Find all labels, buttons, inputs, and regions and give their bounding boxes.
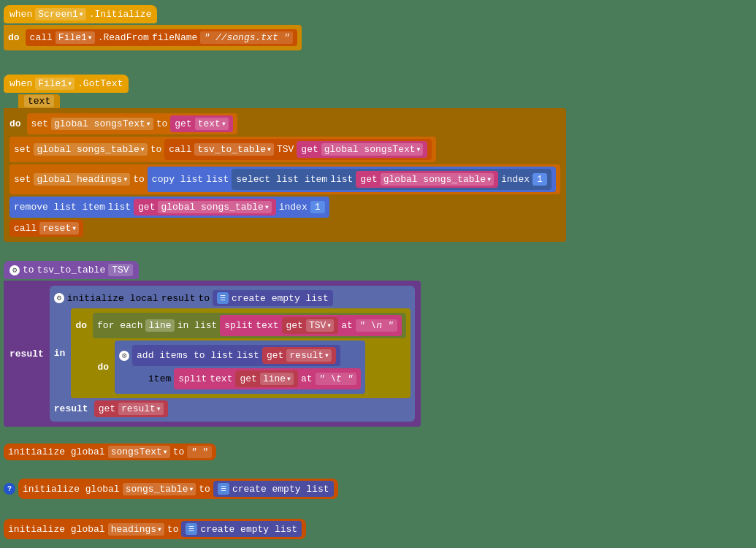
get-songs-table-block-2[interactable]: get global songs_table	[134, 199, 276, 216]
initialize-event: .Initialize	[89, 9, 152, 20]
set-headings-block[interactable]: set global headings to copy list list se…	[9, 164, 560, 194]
add-items-block[interactable]: add items to list list get result	[132, 345, 340, 366]
newline-val: " \n "	[356, 319, 397, 332]
list-icon-1: ☰	[217, 292, 229, 304]
songs-table-var-dd[interactable]: songs_table	[123, 483, 196, 495]
do-label-1: do	[8, 32, 20, 43]
when-label-1: when	[9, 9, 32, 20]
result-label-outer: result	[9, 349, 44, 359]
to-block[interactable]: ⚙ to tsv_to_table TSV	[4, 261, 139, 279]
global-songs-table-dd-2[interactable]: global songs_table	[381, 173, 494, 186]
split-block-2[interactable]: split text get line at " \t "	[174, 368, 361, 389]
result-label-inner: result	[54, 403, 88, 414]
readfrom-label: .ReadFrom	[98, 32, 149, 43]
init-headings-block[interactable]: initialize global headings to ☰ create e…	[4, 519, 306, 539]
screen1-dropdown[interactable]: Screen1	[35, 8, 85, 20]
get-songstext-block-1[interactable]: get global songsText	[297, 141, 427, 158]
tsv-dd[interactable]: TSV	[306, 319, 334, 332]
tab-val: " \t "	[316, 373, 357, 385]
call-reset-block[interactable]: call reset	[9, 220, 83, 237]
init-headings-group: initialize global headings to ☰ create e…	[4, 517, 306, 541]
create-empty-list-2[interactable]: ☰ create empty list	[213, 481, 334, 497]
songs-txt-value: " //songs.txt "	[200, 31, 293, 44]
foreach-outer[interactable]: do for each line in list split text get	[71, 308, 410, 398]
init-songstext-group: initialize global songsText to " "	[4, 442, 216, 462]
global-songs-table-dd-3[interactable]: global songs_table	[158, 201, 271, 213]
do-label-3: do	[75, 320, 87, 331]
global-headings-dd[interactable]: global headings	[34, 173, 130, 186]
when-block-1[interactable]: when Screen1 .Initialize	[4, 5, 157, 23]
question-icon-1: ?	[4, 483, 15, 495]
index-val-1: 1	[532, 173, 547, 186]
gottext-event: .GotText	[77, 78, 123, 89]
songstext-var-dd[interactable]: songsText	[108, 446, 170, 458]
result-dd-1[interactable]: result	[286, 349, 332, 362]
remove-list-item-block[interactable]: remove list item list get global songs_t…	[9, 197, 329, 218]
gear-icon-1[interactable]: ⚙	[9, 265, 20, 275]
init-local-block[interactable]: ⚙ initialize local result to ☰ create em…	[50, 286, 415, 422]
set-songs-table-block[interactable]: set global songs_table to call tsv_to_ta…	[9, 137, 436, 162]
add-items-outer[interactable]: ⚙ add items to list list get result	[115, 340, 365, 394]
tsv-param-label: TSV	[108, 264, 132, 276]
text-param: text	[24, 95, 54, 107]
get-tsv-block[interactable]: get TSV	[282, 317, 339, 334]
split-block-1[interactable]: split text get TSV at " \n "	[220, 315, 401, 336]
foreach-block[interactable]: for each line in list split text get TSV	[93, 313, 406, 338]
line-var: line	[145, 319, 174, 332]
get-result-block-2[interactable]: get result	[94, 400, 168, 417]
get-line-block[interactable]: get line	[235, 370, 297, 387]
tsv-to-table-group: ⚙ to tsv_to_table TSV result ⚙ initializ…	[4, 259, 421, 427]
select-list-item-block[interactable]: select list item list get global songs_t…	[232, 169, 551, 190]
create-empty-list-3[interactable]: ☰ create empty list	[181, 521, 302, 537]
set-songstext-block[interactable]: set global songsText to get text	[27, 113, 237, 134]
global-songstext-dd-1[interactable]: global songsText	[51, 118, 153, 130]
when-block-2[interactable]: when File1 .GotText	[4, 75, 129, 93]
tsv-to-table-dd[interactable]: tsv_to_table	[194, 143, 273, 156]
get-result-block-1[interactable]: get result	[262, 347, 336, 364]
get-text-block[interactable]: get text	[170, 115, 232, 132]
do-label-4: do	[97, 362, 109, 373]
filename-label: fileName	[152, 32, 197, 43]
call-tsv-block[interactable]: call tsv_to_table TSV get global songsTe…	[164, 139, 432, 160]
init-songs-table-group: ? initialize global songs_table to ☰ cre…	[4, 477, 338, 501]
empty-string-val: " "	[187, 446, 211, 458]
fn-name-label: tsv_to_table	[37, 265, 106, 275]
call-label-1: call	[30, 32, 53, 43]
file1-dropdown-2[interactable]: File1	[35, 77, 75, 90]
reset-dd[interactable]: reset	[39, 222, 79, 235]
init-songs-table-block[interactable]: initialize global songs_table to ☰ creat…	[18, 479, 338, 499]
result-dd-2[interactable]: result	[118, 403, 164, 415]
global-songs-table-dd[interactable]: global songs_table	[34, 143, 147, 156]
do-label-2: do	[9, 118, 21, 129]
copy-list-block[interactable]: copy list list select list item list get…	[148, 167, 556, 192]
create-empty-list-1[interactable]: ☰ create empty list	[213, 290, 333, 306]
list-icon-3: ☰	[186, 523, 197, 535]
in-label: in	[54, 348, 66, 359]
when-file1-gottext-group: when File1 .GotText text do set global s…	[4, 73, 566, 242]
line-dd[interactable]: line	[260, 373, 294, 385]
index-val-2: 1	[310, 201, 325, 213]
gear-icon-2[interactable]: ⚙	[54, 293, 64, 303]
global-songstext-dd-2[interactable]: global songsText	[321, 143, 424, 156]
when-label-2: when	[9, 78, 32, 89]
gear-icon-3[interactable]: ⚙	[119, 351, 129, 361]
init-songstext-block[interactable]: initialize global songsText to " "	[4, 444, 216, 460]
text-dd[interactable]: text	[195, 118, 229, 130]
when-screen1-initialize-group: when Screen1 .Initialize do call File1 .…	[4, 4, 302, 50]
list-icon-2: ☰	[218, 483, 229, 495]
get-songs-table-block-1[interactable]: get global songs_table	[356, 171, 498, 188]
file1-dropdown-1[interactable]: File1	[56, 31, 95, 44]
item-label: item	[148, 373, 171, 384]
call-block-1[interactable]: call File1 .ReadFrom fileName " //songs.…	[26, 29, 298, 46]
headings-var-dd[interactable]: headings	[108, 523, 164, 536]
